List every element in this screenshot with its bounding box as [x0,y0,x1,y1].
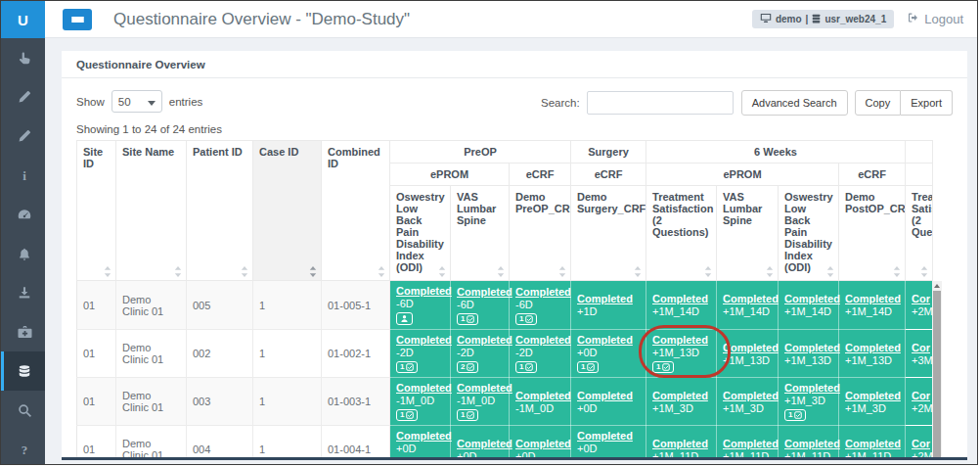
sort-icon[interactable] [920,266,928,277]
completed-link[interactable]: Completed [723,390,779,401]
completed-link[interactable]: Completed [457,382,512,394]
completed-link[interactable]: Completed [845,342,901,353]
sidebar-item-pencil[interactable] [1,77,45,117]
sidebar-item-search[interactable] [1,391,45,430]
menu-toggle-button[interactable] [63,9,92,30]
response-badge[interactable]: 1 [515,361,537,373]
completed-link[interactable]: Cor [912,438,930,449]
completed-link[interactable]: Completed [652,390,708,401]
completed-link[interactable]: Completed [723,438,779,449]
completed-link[interactable]: Completed [845,390,901,401]
sidebar-item-database[interactable] [1,351,45,391]
completed-link[interactable]: Completed [784,293,840,304]
completed-link[interactable]: Completed [652,334,708,346]
sort-icon[interactable] [378,266,385,277]
column-header-questionnaire[interactable]: Oswestry Low Back Pain Disability Index … [390,186,451,281]
advanced-search-button[interactable]: Advanced Search [741,90,848,116]
response-badge[interactable]: 1 [652,361,674,373]
response-badge[interactable]: 1 [396,361,418,373]
completed-link[interactable]: Completed [652,293,708,304]
copy-button[interactable]: Copy [855,90,902,116]
sort-icon[interactable] [438,266,446,277]
completed-link[interactable]: Completed [396,382,452,394]
completed-link[interactable]: Completed [652,438,708,449]
sidebar-item-bell[interactable] [1,234,45,273]
column-header-questionnaire[interactable]: VAS Lumbar Spine [717,186,779,281]
response-badge[interactable]: 1 [457,409,478,421]
completed-link[interactable]: Completed [784,438,840,449]
app-window: U i? Questionnaire Overview - "Demo-Stud… [0,0,978,465]
completed-link[interactable]: Cor [912,390,930,401]
sort-icon[interactable] [634,266,642,277]
sidebar-item-info[interactable]: i [1,156,45,195]
page-size-select[interactable]: 50 [111,90,162,113]
column-header-questionnaire[interactable]: Demo Surgery_CRF [571,186,646,281]
sort-icon[interactable] [704,266,712,277]
completed-link[interactable]: Completed [577,334,633,346]
column-header-combined-id[interactable]: Combined ID [322,141,390,281]
response-badge[interactable]: 1 [577,361,599,373]
sort-icon[interactable] [826,266,834,277]
completed-link[interactable]: Completed [845,293,901,304]
completed-link[interactable]: Completed [396,430,452,442]
column-header-patient-id[interactable]: Patient ID [187,141,253,281]
sort-icon[interactable] [241,266,248,277]
completed-link[interactable]: Completed [515,286,571,298]
sidebar-item-tachometer[interactable] [1,195,45,234]
completed-link[interactable]: Completed [845,438,901,449]
completed-link[interactable]: Completed [396,285,452,297]
column-header-site-id[interactable]: Site ID [77,141,116,281]
sidebar-item-medkit[interactable] [1,312,45,351]
case-id-cell: 1 [253,330,322,378]
completed-link[interactable]: Completed [457,438,512,449]
sort-icon[interactable] [766,266,774,277]
column-header-questionnaire[interactable]: Demo PostOP_CRF [839,186,906,281]
scrollbar-thumb[interactable] [933,291,941,457]
completed-link[interactable]: Completed [457,334,512,346]
sort-icon[interactable] [309,266,317,277]
response-badge[interactable]: 1 [457,313,478,325]
response-badge[interactable]: 1 [784,409,806,421]
sidebar-item-question[interactable]: ? [1,430,45,465]
response-badge[interactable] [396,312,413,325]
completed-link[interactable]: Completed [515,334,571,346]
completed-link[interactable]: Completed [577,293,633,304]
column-header-site-name[interactable]: Site Name [116,141,187,281]
column-header-questionnaire[interactable]: Treatment Satisfaction (2 Questions) [646,186,717,281]
column-header-questionnaire[interactable]: VAS Lumbar Spine [451,186,510,281]
scrollbar-up-arrow[interactable] [932,281,942,291]
completed-link[interactable]: Completed [457,286,512,298]
sort-icon[interactable] [497,266,505,277]
column-header-questionnaire[interactable]: Oswestry Low Back Pain Disability Index … [779,186,839,281]
sort-icon[interactable] [174,266,182,277]
completed-link[interactable]: Completed [723,342,779,353]
column-label: Case ID [259,146,298,158]
completed-link[interactable]: Completed [515,438,571,449]
completed-link[interactable]: Cor [912,342,930,353]
completed-link[interactable]: Completed [784,382,840,394]
column-header-questionnaire[interactable]: Demo PreOP_CRF [510,186,571,281]
completed-link[interactable]: Completed [577,390,633,401]
completed-link[interactable]: Cor [912,293,930,304]
sort-icon[interactable] [104,266,111,277]
app-logo[interactable]: U [1,1,45,38]
completed-link[interactable]: Completed [396,334,452,346]
completed-link[interactable]: Completed [577,430,633,442]
sort-icon[interactable] [558,266,566,277]
completed-link[interactable]: Completed [784,342,840,353]
export-button[interactable]: Export [901,90,953,116]
response-badge[interactable]: 1 [396,409,418,421]
sort-icon[interactable] [893,266,901,277]
search-input[interactable] [587,91,734,115]
logout-button[interactable]: Logout [907,12,963,26]
sidebar-item-pencil[interactable] [1,117,45,156]
response-badge[interactable]: 1 [515,313,537,325]
sidebar-item-hand-pointer[interactable] [1,38,45,77]
response-badge[interactable]: 2 [457,361,478,373]
sidebar-item-download[interactable] [1,273,45,312]
completed-link[interactable]: Completed [723,293,779,304]
completed-link[interactable]: Completed [515,390,571,401]
response-badge-count: 1 [581,363,585,371]
column-header-questionnaire[interactable]: Treatment Satisfaction (2 Questions) [906,186,933,281]
column-header-case-id[interactable]: Case ID [253,141,322,281]
